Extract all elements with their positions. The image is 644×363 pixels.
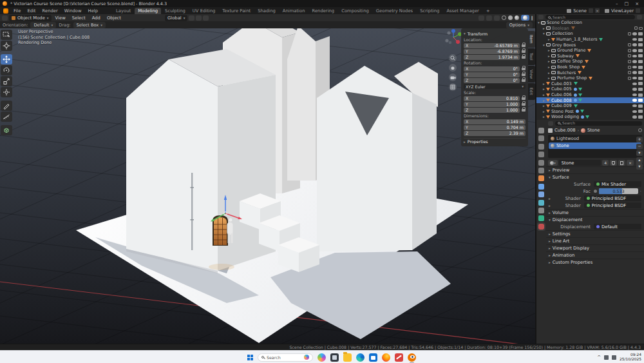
editor-type-icon[interactable] bbox=[2, 15, 8, 21]
camera-visibility-icon[interactable] bbox=[638, 66, 643, 69]
menu-window[interactable]: Window bbox=[61, 8, 85, 14]
tab-uv-editing[interactable]: UV Editing bbox=[189, 8, 218, 14]
disclosure-icon[interactable]: ▾ bbox=[536, 21, 541, 25]
pin-icon[interactable] bbox=[638, 128, 642, 132]
disclosure-icon[interactable]: ▸ bbox=[547, 54, 551, 58]
zoom-view-icon[interactable] bbox=[449, 54, 457, 62]
rotation-x-field[interactable]: X0° bbox=[464, 66, 520, 72]
tab-viewlayer-icon[interactable] bbox=[538, 152, 544, 157]
viewport-display-panel-header[interactable]: ▸Viewport Display bbox=[546, 244, 644, 251]
lock-icon[interactable] bbox=[522, 74, 526, 76]
fake-user-shield-button[interactable] bbox=[610, 160, 617, 166]
xray-toggle-icon[interactable] bbox=[494, 15, 500, 21]
disclosure-icon[interactable]: ▸ bbox=[542, 87, 546, 91]
camera-visibility-icon[interactable] bbox=[638, 32, 643, 35]
orientation-dropdown[interactable]: Default ▾ bbox=[30, 22, 56, 28]
tab-object-data-icon[interactable] bbox=[538, 215, 544, 221]
menu-object[interactable]: Object bbox=[104, 15, 124, 21]
tab-shading[interactable]: Shading bbox=[254, 8, 279, 14]
decorator-dot-icon[interactable]: · bbox=[640, 189, 641, 194]
tab-compositing[interactable]: Compositing bbox=[338, 8, 372, 14]
rotation-mode-dropdown[interactable]: XYZ Euler▾ bbox=[464, 84, 526, 89]
fac-slider[interactable]: 0.533 bbox=[599, 188, 638, 194]
microsoft-store-icon[interactable] bbox=[369, 353, 377, 362]
outliner-item-cube008-selected[interactable]: ▸Cube.008 bbox=[536, 97, 644, 103]
tab-world-icon[interactable] bbox=[538, 168, 544, 173]
eye-icon[interactable] bbox=[632, 60, 637, 63]
eye-icon[interactable] bbox=[632, 55, 637, 58]
measure-tool[interactable] bbox=[1, 112, 12, 122]
exclude-checkbox-icon[interactable] bbox=[628, 32, 631, 35]
unlink-material-button[interactable]: × bbox=[627, 160, 634, 166]
outliner-item-cube003[interactable]: ▸Cube.003 bbox=[536, 81, 644, 87]
custom-properties-panel-header[interactable]: ▸Custom Properties bbox=[546, 259, 644, 266]
tab-modifiers-icon[interactable] bbox=[538, 184, 544, 190]
outliner-item-wood-edging[interactable]: ▸Wood edging bbox=[536, 114, 644, 120]
disclosure-icon[interactable]: ▸ bbox=[547, 59, 551, 63]
blender-menu-icon[interactable] bbox=[3, 8, 8, 14]
tab-sculpting[interactable]: Sculpting bbox=[162, 8, 189, 14]
camera-visibility-icon[interactable] bbox=[638, 82, 643, 85]
breadcrumb-object[interactable]: Cube.008 bbox=[554, 128, 576, 133]
slot-specials-button[interactable]: ▾ bbox=[636, 150, 643, 156]
displacement-dropdown[interactable]: Default bbox=[594, 224, 641, 230]
menu-edit[interactable]: Edit bbox=[24, 8, 39, 14]
red-app-icon[interactable] bbox=[395, 353, 403, 362]
disclosure-icon[interactable]: ▾ bbox=[542, 32, 546, 35]
tab-material-icon[interactable] bbox=[538, 224, 544, 230]
tab-asset-manager[interactable]: Asset Manager bbox=[443, 8, 482, 14]
material-name-field[interactable]: Stone bbox=[559, 160, 601, 166]
material-slot-stone-selected[interactable]: Stone bbox=[549, 142, 641, 150]
new-scene-button[interactable] bbox=[589, 8, 593, 13]
lock-icon[interactable] bbox=[522, 68, 526, 70]
lineart-panel-header[interactable]: ▸Line Art bbox=[546, 237, 644, 244]
preview-panel-header[interactable]: ▸Preview bbox=[546, 166, 644, 173]
dimensions-y-field[interactable]: Y0.704 m bbox=[464, 125, 526, 130]
surface-panel-header[interactable]: ▾Surface bbox=[546, 173, 644, 181]
disclosure-icon[interactable]: ▸ bbox=[547, 65, 551, 69]
gizmos-toggle-icon[interactable] bbox=[478, 15, 484, 21]
shading-rendered-active[interactable] bbox=[521, 15, 529, 21]
lock-icon[interactable] bbox=[522, 109, 526, 112]
tab-output-icon[interactable] bbox=[538, 144, 544, 150]
expand-icon[interactable]: ▸ bbox=[546, 197, 551, 201]
select-box-tool[interactable] bbox=[1, 30, 12, 40]
menu-render[interactable]: Render bbox=[39, 8, 61, 14]
outliner-item-coffee-shop[interactable]: ▸Coffee Shop bbox=[536, 59, 644, 64]
tab-rendering[interactable]: Rendering bbox=[308, 8, 337, 14]
disclosure-icon[interactable]: ▸ bbox=[547, 71, 551, 75]
exclude-checkbox-icon[interactable] bbox=[628, 43, 631, 46]
remove-slot-button[interactable]: − bbox=[636, 144, 643, 150]
disclosure-icon[interactable]: ▸ bbox=[542, 82, 546, 86]
outliner-item-human[interactable]: ▸Human_1.8_Meters bbox=[536, 37, 644, 43]
outliner-item-cube009[interactable]: ▸Cube.009 bbox=[536, 103, 644, 109]
disclosure-icon[interactable]: ▸ bbox=[547, 76, 551, 80]
camera-visibility-icon[interactable] bbox=[638, 49, 643, 52]
tab-tool-icon[interactable] bbox=[538, 128, 544, 133]
exclude-checkbox-icon[interactable] bbox=[634, 26, 638, 30]
outliner-item-grey-boxes[interactable]: ▾Grey Boxes bbox=[536, 42, 644, 48]
outliner-item-butchers[interactable]: ▸Butchers bbox=[536, 70, 644, 75]
paint-app-icon[interactable] bbox=[317, 353, 326, 362]
location-x-field[interactable]: X-0.65789 m bbox=[464, 43, 520, 48]
exclude-checkbox-icon[interactable] bbox=[628, 49, 631, 52]
maximize-button[interactable]: □ bbox=[625, 1, 629, 6]
menu-select[interactable]: Select bbox=[70, 15, 88, 21]
camera-visibility-icon[interactable] bbox=[638, 88, 643, 91]
pause-render-button[interactable]: ‖ bbox=[531, 15, 533, 21]
dimensions-x-field[interactable]: X0.149 m bbox=[464, 119, 526, 124]
camera-visibility-icon[interactable] bbox=[638, 104, 643, 108]
scale-y-field[interactable]: Y1.000 bbox=[464, 102, 520, 107]
outliner-item-stone-post[interactable]: ▸Stone Post bbox=[536, 109, 644, 115]
annotate-tool[interactable] bbox=[1, 101, 12, 111]
shader1-dropdown[interactable]: Principled BSDF bbox=[584, 195, 641, 201]
camera-visibility-icon[interactable] bbox=[638, 43, 643, 46]
shading-material-icon[interactable] bbox=[515, 15, 519, 20]
properties-subpanel-header[interactable]: ▸ Properties bbox=[464, 138, 526, 144]
shading-solid-icon[interactable] bbox=[508, 15, 513, 20]
proportional-editing-icon[interactable] bbox=[203, 15, 209, 21]
transform-tool[interactable] bbox=[1, 87, 12, 97]
tab-render-icon[interactable] bbox=[538, 135, 544, 141]
location-y-field[interactable]: Y-6.8769 m bbox=[464, 49, 520, 54]
camera-visibility-icon[interactable] bbox=[638, 110, 643, 113]
